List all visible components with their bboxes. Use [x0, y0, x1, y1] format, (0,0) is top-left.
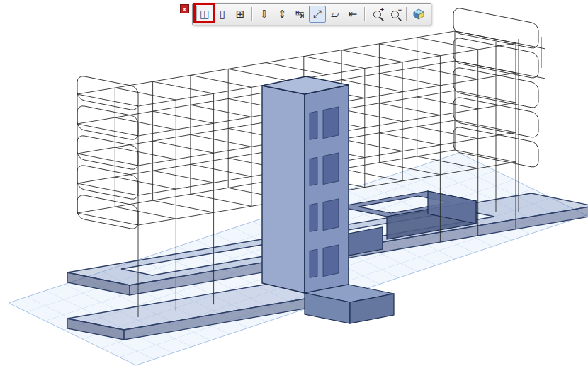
tower-base — [305, 285, 394, 323]
drag-down-icon: ⇩ — [260, 8, 269, 21]
drag-tool-button[interactable]: ◫ — [196, 6, 213, 23]
orientation-cube-icon — [412, 8, 425, 20]
rotate-tool-button[interactable]: ▯ — [214, 6, 231, 23]
drag-sub-element-tool-button[interactable]: ⇩ — [256, 6, 273, 23]
free-move-icon: ⤢ — [313, 8, 322, 21]
toolbar-separator — [406, 7, 407, 21]
free-move-tool-button[interactable]: ⤢ — [309, 6, 326, 23]
floating-toolbar: x ◫ ▯ ⊞ ⇩ ⇕ ↹ ⤢ — [180, 3, 431, 25]
zoom-in-tool-button[interactable]: + — [368, 6, 385, 23]
toolbar-separator — [364, 7, 366, 21]
offset-icon: ⇤ — [349, 8, 358, 21]
offset-tool-button[interactable]: ⇤ — [344, 6, 361, 23]
toolbar-separator — [251, 7, 253, 21]
multiply-tool-button[interactable]: ⊞ — [232, 6, 249, 23]
tower-front-face — [262, 86, 305, 293]
drag-icon: ◫ — [200, 8, 210, 21]
rotate-icon: ▯ — [220, 8, 225, 21]
zoom-out-tool-button[interactable]: − — [386, 6, 403, 23]
mirror-icon: ▱ — [331, 8, 339, 21]
toolbar-body: ◫ ▯ ⊞ ⇩ ⇕ ↹ ⤢ ▱ — [192, 3, 431, 25]
orientation-cube-button[interactable] — [410, 6, 427, 23]
mirror-tool-button[interactable]: ▱ — [327, 6, 344, 23]
viewport-3d[interactable] — [0, 0, 588, 373]
stretch-icon: ↹ — [295, 8, 305, 21]
elevate-icon: ⇕ — [278, 8, 287, 21]
elevate-tool-button[interactable]: ⇕ — [273, 6, 290, 23]
stretch-tool-button[interactable]: ↹ — [291, 6, 308, 23]
toolbar-close-button[interactable]: x — [180, 4, 189, 13]
multiply-icon: ⊞ — [236, 8, 245, 21]
application-window: x ◫ ▯ ⊞ ⇩ ⇕ ↹ ⤢ — [0, 0, 588, 373]
